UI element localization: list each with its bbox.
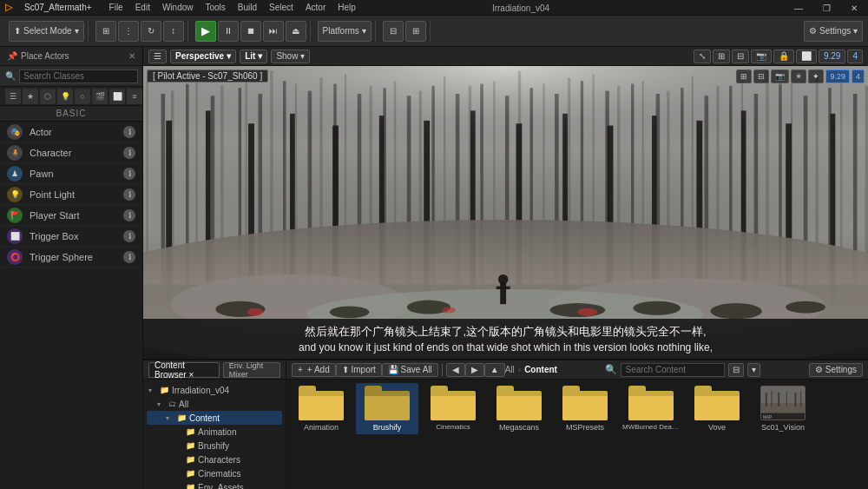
tree-cinematics[interactable]: 📁 Cinematics bbox=[147, 466, 282, 480]
sidebar-item-pawn[interactable]: ♟ Pawn ℹ bbox=[0, 163, 142, 184]
character-info-button[interactable]: ℹ bbox=[123, 147, 135, 159]
tree-characters[interactable]: 📁 Characters bbox=[147, 453, 282, 466]
geometry-icon[interactable]: ⬡ bbox=[40, 89, 56, 104]
sort-button[interactable]: ⊟ bbox=[728, 363, 744, 377]
snap-button[interactable]: ⊞ bbox=[95, 21, 116, 42]
show-button[interactable]: Show ▾ bbox=[271, 50, 310, 63]
rotate-snap-button[interactable]: ↻ bbox=[141, 21, 161, 42]
actor-info-button[interactable]: ℹ bbox=[123, 126, 135, 138]
menu-file[interactable]: File bbox=[109, 3, 123, 12]
content-browser-tab[interactable]: Content Browser × bbox=[148, 362, 220, 378]
vp-cam-indicator[interactable]: 📷 bbox=[771, 69, 789, 83]
breadcrumb-all[interactable]: All bbox=[505, 365, 515, 374]
settings-button[interactable]: ⚙ Settings ▾ bbox=[804, 21, 863, 42]
lit-button[interactable]: Lit ▾ bbox=[240, 50, 267, 63]
viewport-hamburger-button[interactable]: ☰ bbox=[148, 50, 167, 63]
vp-view-indicator[interactable]: ⊟ bbox=[753, 69, 769, 83]
nav-up-button[interactable]: ▲ bbox=[484, 363, 505, 377]
content-search-input[interactable] bbox=[621, 363, 725, 377]
stop-button[interactable]: ⏹ bbox=[240, 21, 261, 42]
breadcrumb-content[interactable]: Content bbox=[524, 365, 557, 374]
favorites-icon[interactable]: ★ bbox=[23, 89, 38, 104]
svg-rect-109 bbox=[766, 393, 767, 406]
viewport[interactable]: [ Pilot Active - Sc07_Sh060 ] ⊞ ⊟ 📷 ☀ ✦ … bbox=[143, 66, 868, 359]
menu-actor[interactable]: Actor bbox=[306, 3, 326, 12]
pointlight-info-button[interactable]: ℹ bbox=[123, 188, 135, 201]
vp-perf-2[interactable]: 4 bbox=[847, 50, 863, 63]
svg-rect-27 bbox=[741, 81, 743, 289]
nav-forward-button[interactable]: ▶ bbox=[465, 363, 484, 377]
sidebar-item-character[interactable]: 🧍 Character ℹ bbox=[0, 142, 142, 163]
vp-lock-icon[interactable]: 🔒 bbox=[773, 50, 794, 63]
all-classes-btn[interactable]: ≡ bbox=[127, 89, 142, 104]
pawn-info-button[interactable]: ℹ bbox=[123, 168, 135, 180]
menu-build[interactable]: Build bbox=[238, 3, 257, 12]
platforms-button[interactable]: Platforms ▾ bbox=[318, 21, 372, 42]
folder-animation[interactable]: Animation bbox=[290, 383, 352, 434]
content-settings-button[interactable]: ⚙ Settings bbox=[809, 363, 863, 377]
triggersphere-info-button[interactable]: ℹ bbox=[123, 251, 135, 263]
env-light-mixer-tab[interactable]: Env. Light Mixer bbox=[223, 362, 280, 378]
maximize-button[interactable]: ❐ bbox=[812, 0, 840, 16]
vp-grid-indicator[interactable]: ⊞ bbox=[736, 69, 752, 83]
triggerbox-info-button[interactable]: ℹ bbox=[123, 230, 135, 242]
menu-window[interactable]: Window bbox=[162, 3, 194, 12]
import-button[interactable]: ⬆ Import bbox=[336, 363, 382, 377]
select-mode-button[interactable]: ⬆ Select Mode ▾ bbox=[9, 21, 84, 42]
tree-content[interactable]: ▾ 📁 Content bbox=[147, 411, 282, 425]
menu-select[interactable]: Select bbox=[269, 3, 293, 12]
sidebar-item-actor[interactable]: 🎭 Actor ℹ bbox=[0, 122, 142, 142]
volumes-icon[interactable]: ⬜ bbox=[109, 89, 125, 104]
misc-btn-2[interactable]: ⊞ bbox=[405, 21, 426, 42]
vp-fx-indicator[interactable]: ✦ bbox=[808, 69, 824, 83]
lights-icon[interactable]: 💡 bbox=[57, 89, 73, 104]
tree-root[interactable]: ▾ 📁 Irradiation_v04 bbox=[147, 383, 282, 397]
tree-env-assets[interactable]: 📁 Env_Assets bbox=[147, 480, 282, 489]
misc-btn-1[interactable]: ⊟ bbox=[383, 21, 404, 42]
sidebar-item-triggerbox[interactable]: ⬜ Trigger Box ℹ bbox=[0, 226, 142, 247]
menu-help[interactable]: Help bbox=[338, 3, 356, 12]
sidebar-item-pointlight[interactable]: 💡 Point Light ℹ bbox=[0, 184, 142, 205]
filter-button[interactable]: ▾ bbox=[747, 363, 760, 377]
close-button[interactable]: ✕ bbox=[840, 0, 868, 16]
folder-megascans[interactable]: Megascans bbox=[488, 383, 550, 434]
perspective-button[interactable]: Perspective ▾ bbox=[170, 50, 236, 63]
folder-brushify[interactable]: Brushify bbox=[356, 383, 418, 434]
folder-vove[interactable]: Vove bbox=[686, 383, 748, 434]
pause-button[interactable]: ⏸ bbox=[218, 21, 239, 42]
folder-mspresets[interactable]: MSPresets bbox=[554, 383, 616, 434]
sidebar-item-playerstart[interactable]: 🚩 Player Start ℹ bbox=[0, 205, 142, 226]
minimize-button[interactable]: — bbox=[785, 0, 812, 16]
shapes-icon[interactable]: ○ bbox=[75, 89, 90, 104]
play-button[interactable]: ▶ bbox=[195, 21, 216, 42]
tree-brushify[interactable]: 📁 Brushify bbox=[147, 439, 282, 453]
sidebar-close-button[interactable]: ✕ bbox=[128, 51, 135, 61]
tree-animation[interactable]: 📁 Animation bbox=[147, 425, 282, 439]
sidebar-item-triggersphere[interactable]: ⭕ Trigger Sphere ℹ bbox=[0, 247, 142, 268]
vp-sun-indicator[interactable]: ☀ bbox=[791, 69, 806, 83]
save-all-button[interactable]: 💾 Save All bbox=[382, 363, 438, 377]
vp-perf-1[interactable]: 9.29 bbox=[819, 50, 845, 63]
vp-grid-icon[interactable]: ⊞ bbox=[713, 50, 730, 63]
menu-tools[interactable]: Tools bbox=[205, 3, 225, 12]
grid-button[interactable]: ⋮ bbox=[118, 21, 139, 42]
vp-snap-icon[interactable]: ⊟ bbox=[732, 50, 749, 63]
tree-all[interactable]: ▾ 🗂 All bbox=[147, 397, 282, 411]
eject-button[interactable]: ⏏ bbox=[286, 21, 306, 42]
nav-back-button[interactable]: ◀ bbox=[446, 363, 465, 377]
search-input[interactable] bbox=[19, 69, 138, 83]
vp-cam-icon[interactable]: 📷 bbox=[751, 50, 772, 63]
cinematic-icon[interactable]: 🎬 bbox=[92, 89, 108, 104]
folder-mspresets-icon bbox=[562, 386, 608, 420]
scale-snap-button[interactable]: ↕ bbox=[163, 21, 184, 42]
folder-cinematics[interactable]: Cinematics bbox=[422, 383, 484, 433]
menu-edit[interactable]: Edit bbox=[135, 3, 150, 12]
add-button[interactable]: + + Add bbox=[292, 363, 336, 377]
vp-nav-icon[interactable]: ⤡ bbox=[694, 50, 711, 63]
vp-screen-icon[interactable]: ⬜ bbox=[796, 50, 817, 63]
asset-sc01-vision[interactable]: MAP Sc01_Vision bbox=[752, 383, 814, 434]
all-classes-icon[interactable]: ☰ bbox=[5, 89, 21, 104]
playerstart-info-button[interactable]: ℹ bbox=[123, 209, 135, 221]
skip-button[interactable]: ⏭ bbox=[263, 21, 284, 42]
folder-mwburned[interactable]: MWBurned DeadForest bbox=[620, 383, 682, 433]
